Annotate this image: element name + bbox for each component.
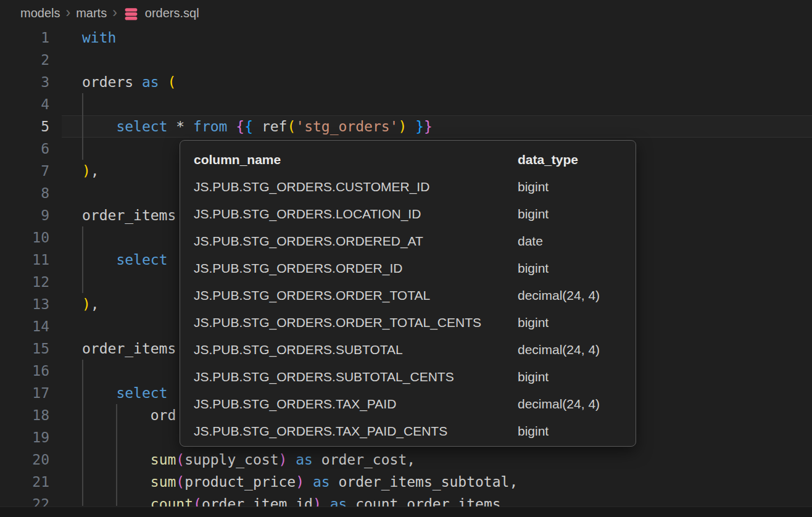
code-token: ): [82, 163, 91, 179]
line-number[interactable]: 13: [0, 293, 49, 315]
line-number[interactable]: 21: [0, 471, 49, 493]
code-line[interactable]: 21 sum(product_price) as order_items_sub…: [0, 471, 812, 493]
line-number[interactable]: 1: [0, 27, 49, 49]
code-line-content: ),: [49, 160, 99, 182]
code-line-content: select: [49, 249, 167, 271]
data-type-cell: decimal(24, 4): [518, 391, 600, 418]
code-line-content: select * from {{ ref('stg_orders') }}: [49, 115, 433, 138]
code-token: order_items_subtotal,: [330, 474, 518, 490]
line-number[interactable]: 2: [0, 49, 49, 71]
code-token: order_items: [82, 207, 176, 223]
line-number[interactable]: 7: [0, 160, 49, 182]
code-token: as: [142, 74, 159, 90]
code-line-content: ord: [49, 404, 176, 426]
code-line-content: [49, 226, 82, 249]
code-line-content: sum(product_price) as order_items_subtot…: [49, 471, 518, 493]
line-number[interactable]: 15: [0, 337, 49, 360]
code-line-content: ),: [49, 293, 99, 315]
tooltip-column-row: JS.PUB.STG_ORDERS.ORDER_TOTALdecimal(24,…: [180, 282, 636, 309]
editor-screen: models › marts › orders.sql 1with23order…: [0, 0, 812, 517]
code-token: (: [287, 118, 296, 134]
line-number[interactable]: 16: [0, 360, 49, 382]
tooltip-column-row: JS.PUB.STG_ORDERS.CUSTOMER_IDbigint: [180, 173, 636, 201]
code-token: [82, 252, 116, 268]
code-token: *: [176, 118, 184, 134]
column-name-cell: JS.PUB.STG_ORDERS.ORDER_TOTAL_CENTS: [194, 315, 481, 329]
line-number[interactable]: 20: [0, 449, 49, 471]
breadcrumb-item-models[interactable]: models: [20, 6, 60, 20]
tooltip-column-row: JS.PUB.STG_ORDERS.TAX_PAID_CENTSbigint: [180, 418, 636, 445]
line-number[interactable]: 14: [0, 315, 49, 337]
code-token: order_items: [82, 341, 176, 357]
line-number[interactable]: 18: [0, 404, 49, 426]
code-token: ref: [253, 118, 287, 134]
code-line[interactable]: 20 sum(supply_cost) as order_cost,: [0, 449, 812, 471]
code-line[interactable]: 3orders as (: [0, 71, 812, 93]
column-info-tooltip: column_name data_type JS.PUB.STG_ORDERS.…: [180, 140, 636, 447]
code-token: [184, 118, 193, 134]
code-line-content: order_items: [49, 337, 176, 360]
editor-bottom-edge: [0, 507, 812, 517]
code-token: order_cost,: [313, 452, 415, 468]
tooltip-column-row: JS.PUB.STG_ORDERS.SUBTOTAL_CENTSbigint: [180, 363, 636, 391]
code-token: from: [193, 118, 227, 134]
breadcrumb-item-marts[interactable]: marts: [76, 6, 107, 20]
indent-guide: [82, 93, 83, 160]
code-token: ,: [91, 296, 99, 312]
line-number[interactable]: 3: [0, 71, 49, 93]
code-line-content: sum(supply_cost) as order_cost,: [49, 449, 415, 471]
chevron-right-icon: ›: [112, 6, 117, 20]
code-token: ): [398, 118, 407, 134]
line-number[interactable]: 6: [0, 138, 49, 160]
tooltip-column-row: JS.PUB.STG_ORDERS.ORDERED_ATdate: [180, 228, 636, 255]
line-number[interactable]: 12: [0, 271, 49, 293]
line-number[interactable]: 5: [0, 115, 49, 138]
column-name-cell: JS.PUB.STG_ORDERS.ORDER_ID: [194, 261, 402, 275]
code-line[interactable]: 5 select * from {{ ref('stg_orders') }}: [0, 115, 812, 138]
code-token: sum: [151, 474, 176, 490]
tooltip-column-row: JS.PUB.STG_ORDERS.ORDER_TOTAL_CENTSbigin…: [180, 309, 636, 336]
tooltip-header-column-name: column_name: [194, 152, 281, 167]
code-token: select: [116, 118, 167, 134]
tooltip-column-row: JS.PUB.STG_ORDERS.SUBTOTALdecimal(24, 4): [180, 336, 636, 363]
indent-guide: [116, 404, 117, 506]
line-number[interactable]: 9: [0, 204, 49, 226]
column-name-cell: JS.PUB.STG_ORDERS.TAX_PAID: [194, 397, 396, 411]
code-line[interactable]: 4: [0, 93, 812, 115]
code-token: [159, 74, 168, 90]
line-number[interactable]: 17: [0, 382, 49, 404]
line-number[interactable]: 4: [0, 93, 49, 115]
code-token: [407, 118, 415, 134]
code-token: ord: [82, 407, 176, 423]
code-line-content: [49, 315, 82, 337]
code-token: (: [168, 74, 176, 90]
line-number[interactable]: 19: [0, 426, 49, 449]
code-token: product_price: [184, 474, 296, 490]
line-number[interactable]: 10: [0, 226, 49, 249]
column-name-cell: JS.PUB.STG_ORDERS.ORDERED_AT: [194, 234, 423, 248]
column-name-cell: JS.PUB.STG_ORDERS.TAX_PAID_CENTS: [194, 424, 447, 438]
line-number[interactable]: 11: [0, 249, 49, 271]
code-token: select: [116, 252, 167, 268]
code-token: 'stg_orders': [296, 118, 398, 134]
code-token: [287, 452, 296, 468]
column-name-cell: JS.PUB.STG_ORDERS.SUBTOTAL_CENTS: [194, 370, 454, 384]
code-line-content: [49, 360, 82, 382]
code-line[interactable]: 2: [0, 49, 812, 71]
code-token: {: [244, 118, 253, 134]
code-line-content: [49, 93, 82, 115]
code-line-content: [49, 49, 82, 71]
breadcrumb: models › marts › orders.sql: [0, 0, 812, 27]
column-name-cell: JS.PUB.STG_ORDERS.ORDER_TOTAL: [194, 288, 430, 302]
code-token: }: [424, 118, 433, 134]
code-token: {: [236, 118, 244, 134]
line-number[interactable]: 8: [0, 182, 49, 204]
code-token: (: [176, 452, 184, 468]
code-token: ): [82, 296, 91, 312]
code-line[interactable]: 1with: [0, 27, 812, 49]
tooltip-column-row: JS.PUB.STG_ORDERS.LOCATION_IDbigint: [180, 201, 636, 228]
breadcrumb-item-file[interactable]: orders.sql: [145, 6, 199, 20]
indent-guide: [82, 360, 83, 506]
tooltip-header-data-type: data_type: [518, 146, 578, 173]
code-line-content: [49, 182, 82, 204]
